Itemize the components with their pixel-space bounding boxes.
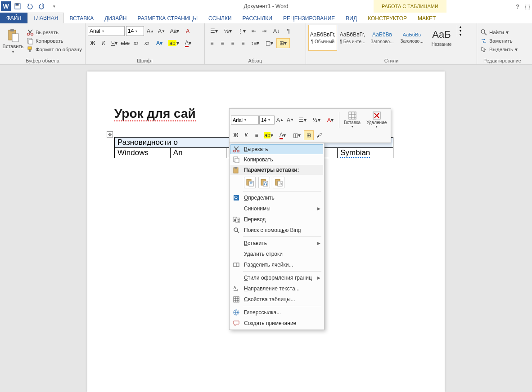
change-case-icon[interactable]: Aa▾	[168, 26, 181, 36]
font-name-combo[interactable]: Arial▾	[88, 26, 125, 36]
format-painter-button[interactable]: Формат по образцу	[26, 45, 83, 53]
cm-hyperlink[interactable]: Гиперссылка...	[230, 307, 323, 318]
cm-text-direction[interactable]: AНаправление текста...	[230, 283, 323, 294]
mini-delete-button[interactable]: Удаление▾	[364, 110, 389, 129]
mini-grow-font-icon[interactable]: A▲	[275, 115, 285, 125]
qat-undo-icon[interactable]	[24, 1, 35, 12]
mini-bold-icon[interactable]: Ж	[231, 130, 241, 140]
strikethrough-icon[interactable]: abc	[120, 38, 130, 48]
sort-icon[interactable]: A↓	[270, 26, 283, 36]
ribbon: Вставить ▾ Вырезать Копировать Формат по…	[0, 23, 532, 65]
align-left-icon[interactable]: ≡	[207, 38, 217, 48]
cm-new-comment[interactable]: Создать примечание	[230, 318, 323, 329]
tab-constructor[interactable]: КОНСТРУКТОР	[362, 13, 412, 23]
subscript-icon[interactable]: x2	[131, 38, 141, 48]
table-move-handle-icon[interactable]: ✥	[107, 131, 113, 138]
help-icon[interactable]: ?	[516, 3, 519, 10]
mini-insert-button[interactable]: Вставка▾	[341, 110, 363, 129]
cm-synonyms[interactable]: Синонимы▶	[230, 203, 323, 214]
tab-insert[interactable]: ВСТАВКА	[64, 13, 99, 23]
multilevel-list-icon[interactable]: ⋮▾	[235, 26, 248, 36]
mini-numbering-icon[interactable]: ⅓▾	[310, 115, 323, 125]
copy-button[interactable]: Копировать	[26, 37, 83, 45]
tab-design[interactable]: ДИЗАЙН	[99, 13, 132, 23]
tab-view[interactable]: ВИД	[340, 13, 362, 23]
mini-styles-icon[interactable]: A▾	[324, 115, 337, 125]
style-no-spacing[interactable]: АаБбВвГг,¶ Без инте...	[338, 25, 367, 51]
mini-bullets-icon[interactable]: ☰▾	[296, 115, 309, 125]
style-heading1[interactable]: АаБбВвЗаголово...	[368, 25, 397, 51]
svg-rect-35	[234, 297, 239, 302]
ribbon-options-icon[interactable]: ⬚	[525, 3, 530, 10]
numbering-icon[interactable]: ⅓▾	[221, 26, 234, 36]
tab-review[interactable]: РЕЦЕНЗИРОВАНИЕ	[278, 13, 340, 23]
style-title[interactable]: АаБНазвание	[427, 25, 456, 51]
mini-font-color-icon[interactable]: A▾	[276, 130, 289, 140]
svg-rect-3	[10, 29, 14, 31]
justify-icon[interactable]: ≡	[238, 38, 248, 48]
borders-icon[interactable]: ⊞▾	[276, 38, 290, 48]
clear-formatting-icon[interactable]: A̷	[183, 26, 193, 36]
tab-file[interactable]: ФАЙЛ	[0, 13, 27, 23]
style-heading2[interactable]: АаБбВвЗаголово...	[397, 25, 426, 51]
align-right-icon[interactable]: ≡	[228, 38, 238, 48]
decrease-indent-icon[interactable]: ⇤	[249, 26, 259, 36]
table-cell[interactable]: Windows	[115, 148, 171, 158]
table-cell[interactable]: An	[170, 148, 226, 158]
tab-references[interactable]: ССЫЛКИ	[203, 13, 237, 23]
replace-button[interactable]: Заменить	[479, 37, 518, 45]
mini-shading-icon[interactable]: ◫▾	[290, 130, 303, 140]
cm-split-cells[interactable]: Разделить ячейки...	[230, 259, 323, 270]
line-spacing-icon[interactable]: ↕≡▾	[248, 38, 262, 48]
styles-more-icon[interactable]: ▴▾▾	[457, 25, 463, 37]
mini-align-icon[interactable]: ≡	[252, 130, 261, 140]
cm-copy[interactable]: Копировать	[230, 154, 323, 165]
mini-highlight-icon[interactable]: ab▾	[262, 130, 275, 140]
cm-translate[interactable]: a文Перевод	[230, 214, 323, 225]
cm-insert[interactable]: Вставить▶	[230, 238, 323, 249]
shrink-font-icon[interactable]: A▼	[157, 26, 167, 36]
underline-icon[interactable]: Ч▾	[109, 38, 119, 48]
paste-keep-formatting-icon[interactable]	[244, 177, 256, 188]
cm-table-properties[interactable]: Свойства таблицы...	[230, 294, 323, 305]
cut-button[interactable]: Вырезать	[26, 28, 83, 36]
table-cell[interactable]: Symbian	[338, 148, 393, 158]
tab-mailings[interactable]: РАССЫЛКИ	[237, 13, 278, 23]
text-effects-icon[interactable]: A▾	[153, 38, 166, 48]
grow-font-icon[interactable]: A▲	[145, 26, 155, 36]
cm-delete-rows[interactable]: Удалить строки	[230, 249, 323, 259]
paste-button[interactable]: Вставить ▾	[2, 25, 24, 57]
font-color-icon[interactable]: A▾	[181, 38, 195, 48]
font-size-combo[interactable]: 14▾	[126, 26, 144, 36]
qat-customize-icon[interactable]: ▾	[49, 1, 59, 12]
align-center-icon[interactable]: ≡	[217, 38, 227, 48]
increase-indent-icon[interactable]: ⇥	[259, 26, 269, 36]
bullets-icon[interactable]: ☰▾	[207, 26, 221, 36]
paste-merge-formatting-icon[interactable]	[258, 177, 270, 188]
cm-border-styles[interactable]: Стили оформления границ▶	[230, 272, 323, 283]
cm-cut[interactable]: Вырезать	[230, 144, 323, 154]
superscript-icon[interactable]: x2	[142, 38, 152, 48]
cm-bing-search[interactable]: Поиск с помощью Bing	[230, 225, 323, 236]
bold-icon[interactable]: Ж	[88, 38, 98, 48]
show-marks-icon[interactable]: ¶	[284, 26, 293, 36]
qat-save-icon[interactable]	[12, 1, 23, 12]
tab-home[interactable]: ГЛАВНАЯ	[27, 13, 64, 23]
mini-shrink-font-icon[interactable]: A▼	[285, 115, 295, 125]
select-button[interactable]: Выделить ▾	[479, 45, 518, 53]
style-normal[interactable]: АаБбВвГг,¶ Обычный	[308, 25, 337, 51]
italic-icon[interactable]: К	[99, 38, 108, 48]
qat-redo-icon[interactable]	[36, 1, 47, 12]
mini-font-combo[interactable]: Arial▾	[231, 116, 259, 125]
mini-format-painter-icon[interactable]: 🖌	[314, 130, 324, 140]
mini-size-combo[interactable]: 14▾	[259, 116, 275, 125]
mini-italic-icon[interactable]: К	[241, 130, 251, 140]
paste-text-only-icon[interactable]: A	[273, 177, 284, 188]
cm-define[interactable]: Определить	[230, 192, 323, 203]
highlight-icon[interactable]: ab▾	[167, 38, 180, 48]
tab-page-layout[interactable]: РАЗМЕТКА СТРАНИЦЫ	[132, 13, 203, 23]
find-button[interactable]: Найти ▾	[479, 28, 518, 36]
tab-layout-table[interactable]: МАКЕТ	[412, 13, 441, 23]
mini-borders-icon[interactable]: ⊞	[304, 130, 314, 140]
shading-icon[interactable]: ◫▾	[262, 38, 276, 48]
